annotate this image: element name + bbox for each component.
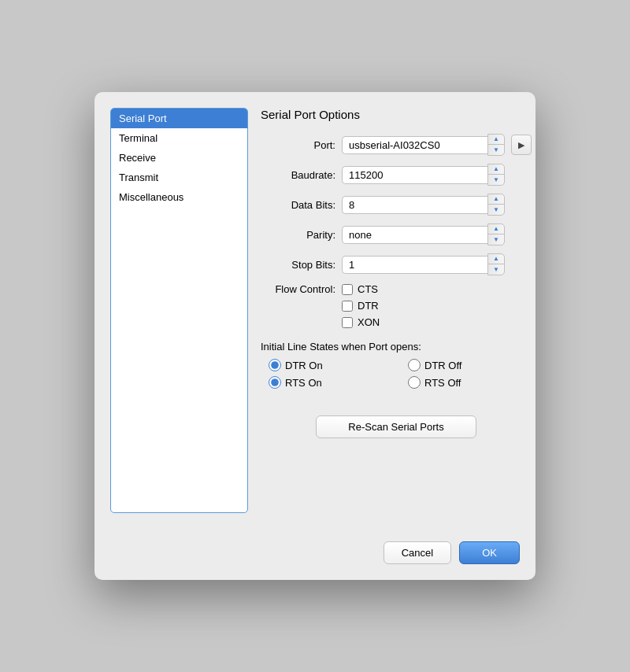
form-section: Port: usbserial-AI032CS0 ▲ ▼ ▶ Baudr [261,134,532,513]
rts-on-radio-item[interactable]: RTS On [269,376,392,389]
sidebar-item-receive[interactable]: Receive [111,148,247,168]
port-select[interactable]: usbserial-AI032CS0 [342,136,487,154]
parity-stepper-down[interactable]: ▼ [488,234,504,245]
databits-label: Data Bits: [261,199,335,211]
cts-checkbox[interactable] [342,284,353,295]
stopbits-stepper-down[interactable]: ▼ [488,264,504,275]
stopbits-stepper-up[interactable]: ▲ [488,254,504,264]
baudrate-row: Baudrate: 115200 ▲ ▼ [261,164,532,186]
ok-button[interactable]: OK [459,541,520,564]
databits-stepper-up[interactable]: ▲ [488,194,504,205]
rts-off-label: RTS Off [424,377,461,389]
xon-checkbox[interactable] [342,317,353,328]
sidebar-item-miscellaneous[interactable]: Miscellaneous [111,187,247,207]
parity-row: Parity: none ▲ ▼ [261,223,532,246]
databits-row: Data Bits: 8 ▲ ▼ [261,194,532,216]
port-stepper-up[interactable]: ▲ [488,135,504,145]
rts-off-radio[interactable] [408,376,421,389]
sidebar-item-serial-port[interactable]: Serial Port [111,109,247,128]
stopbits-label: Stop Bits: [261,259,335,271]
dtr-on-radio[interactable] [269,359,281,371]
stopbits-stepper: ▲ ▼ [487,253,505,275]
dtr-off-label: DTR Off [424,360,461,371]
flow-control-label: Flow Control: [261,283,335,295]
databits-stepper: ▲ ▼ [487,194,505,216]
baudrate-label: Baudrate: [261,169,335,181]
cts-checkbox-item[interactable]: CTS [342,283,380,295]
port-navigate-button[interactable]: ▶ [511,135,532,155]
port-label: Port: [261,139,335,151]
port-select-group: usbserial-AI032CS0 ▲ ▼ [342,134,505,156]
line-states-radio-grid: DTR On DTR Off RTS On RTS Off [261,359,532,389]
port-stepper: ▲ ▼ [487,134,505,156]
rts-on-label: RTS On [285,377,322,389]
rescan-row: Re-Scan Serial Ports [261,415,532,438]
port-stepper-down[interactable]: ▼ [488,145,504,155]
sidebar-item-terminal[interactable]: Terminal [111,128,247,148]
dtr-label: DTR [358,300,379,312]
dialog-body: Serial Port Terminal Receive Transmit Mi… [110,108,520,513]
dtr-on-label: DTR On [285,360,323,371]
sidebar-item-transmit[interactable]: Transmit [111,168,247,187]
baudrate-select[interactable]: 115200 [342,166,487,184]
baudrate-select-group: 115200 ▲ ▼ [342,164,505,186]
cancel-button[interactable]: Cancel [384,541,451,564]
dtr-off-radio[interactable] [408,359,421,371]
parity-select[interactable]: none [342,226,487,244]
parity-select-group: none ▲ ▼ [342,223,505,246]
line-states-section: Initial Line States when Port opens: DTR… [261,341,532,389]
stopbits-select[interactable]: 1 [342,256,487,274]
line-states-label: Initial Line States when Port opens: [261,341,532,353]
stopbits-select-group: 1 ▲ ▼ [342,253,505,275]
databits-select-group: 8 ▲ ▼ [342,194,505,216]
flow-control-checkboxes: CTS DTR XON [342,283,380,328]
parity-stepper: ▲ ▼ [487,223,505,246]
port-row: Port: usbserial-AI032CS0 ▲ ▼ ▶ [261,134,532,156]
dtr-off-radio-item[interactable]: DTR Off [408,359,532,371]
dtr-checkbox[interactable] [342,301,353,312]
dtr-checkbox-item[interactable]: DTR [342,300,380,312]
panel-title: Serial Port Options [261,108,532,121]
baudrate-stepper: ▲ ▼ [487,164,505,186]
dialog-footer: Cancel OK [110,529,520,564]
sidebar: Serial Port Terminal Receive Transmit Mi… [110,108,248,513]
xon-label: XON [358,316,380,328]
dialog-window: Serial Port Terminal Receive Transmit Mi… [94,92,536,580]
stopbits-row: Stop Bits: 1 ▲ ▼ [261,253,532,275]
rescan-button[interactable]: Re-Scan Serial Ports [316,415,476,438]
baudrate-stepper-up[interactable]: ▲ [488,164,504,175]
databits-select[interactable]: 8 [342,196,487,214]
flow-control-row: Flow Control: CTS DTR XON [261,283,532,328]
main-panel: Serial Port Options Port: usbserial-AI03… [261,108,532,513]
databits-stepper-down[interactable]: ▼ [488,205,504,215]
baudrate-stepper-down[interactable]: ▼ [488,175,504,185]
xon-checkbox-item[interactable]: XON [342,316,380,328]
rts-on-radio[interactable] [269,376,281,389]
cts-label: CTS [358,283,378,295]
parity-label: Parity: [261,229,335,241]
dtr-on-radio-item[interactable]: DTR On [269,359,392,371]
rts-off-radio-item[interactable]: RTS Off [408,376,532,389]
parity-stepper-up[interactable]: ▲ [488,224,504,234]
